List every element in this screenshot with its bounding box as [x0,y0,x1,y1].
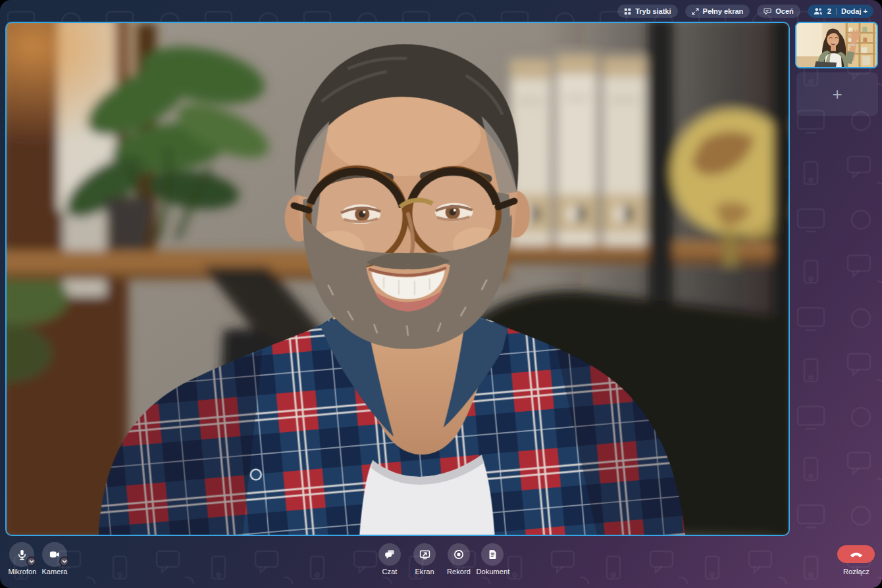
chat-button[interactable] [378,543,401,566]
add-participant-label: Dodaj + [841,7,868,15]
chat-label: Czat [360,568,419,576]
camera-options-button[interactable] [59,556,69,566]
record-icon [453,549,465,560]
document-label: Dokument [463,568,523,576]
feedback-bubble-icon [764,8,771,15]
record-label: Rekord [429,568,488,576]
chevron-down-icon [29,560,34,564]
chat-icon [384,549,396,560]
fullscreen-label: Pełny ekran [703,7,744,15]
pill-divider [836,8,837,15]
screen-share-button[interactable] [413,543,436,566]
fullscreen-icon [692,8,699,15]
camera-label: Kamera [25,568,84,576]
screen-share-icon [419,549,431,560]
disconnect-label: Rozłącz [827,568,882,576]
document-icon [487,549,498,560]
disconnect-button[interactable] [837,545,875,563]
rate-button[interactable]: Oceń [757,5,800,18]
rate-label: Oceń [775,7,794,15]
document-button[interactable] [481,543,504,566]
participants-add-button[interactable]: 2 Dodaj + [808,5,873,18]
microphone-options-button[interactable] [26,556,36,566]
remote-participant-video [7,23,789,535]
people-icon [814,7,823,15]
self-video-thumbnail[interactable] [795,22,878,68]
participant-count: 2 [827,7,831,15]
meeting-window: Tryb siatki Pełny ekran Oceń 2 [0,0,882,588]
grid-icon [624,8,631,15]
microphone-label: Mikrofon [0,568,52,576]
chevron-down-icon [62,560,67,564]
grid-mode-label: Tryb siatki [635,7,671,15]
phone-hangup-icon [849,551,864,558]
main-video-tile[interactable] [5,22,790,536]
top-toolbar: Tryb siatki Pełny ekran Oceń 2 [617,5,873,18]
add-participant-slot[interactable]: + [796,72,878,116]
record-button[interactable] [448,543,470,566]
self-participant-video [796,23,877,67]
fullscreen-button[interactable]: Pełny ekran [685,5,750,18]
grid-mode-button[interactable]: Tryb siatki [617,5,677,18]
screen-share-label: Ekran [395,568,454,576]
plus-icon: + [832,86,842,103]
